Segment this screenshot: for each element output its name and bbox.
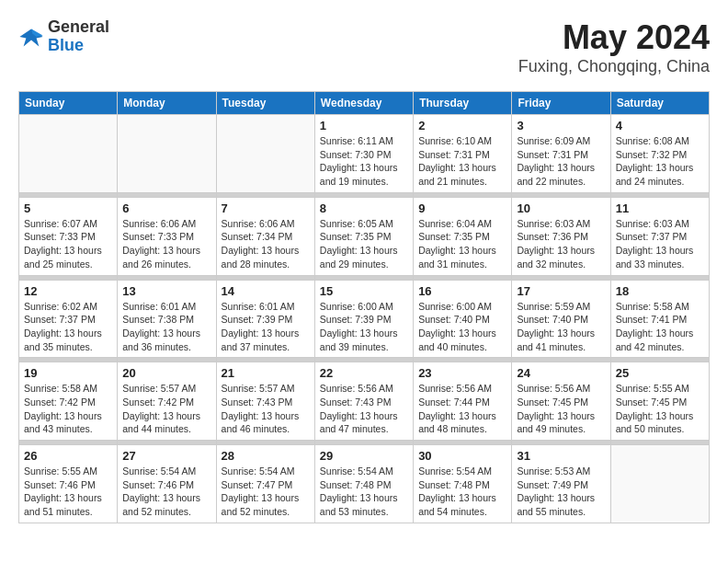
calendar-cell: 8Sunrise: 6:05 AM Sunset: 7:35 PM Daylig…: [314, 197, 413, 275]
calendar-cell: 16Sunrise: 6:00 AM Sunset: 7:40 PM Dayli…: [414, 280, 512, 358]
page-header: General Blue May 2024 Fuxing, Chongqing,…: [18, 18, 710, 76]
day-info: Sunrise: 6:09 AM Sunset: 7:31 PM Dayligh…: [517, 134, 605, 189]
calendar-cell: 15Sunrise: 6:00 AM Sunset: 7:39 PM Dayli…: [314, 280, 413, 358]
day-info: Sunrise: 5:59 AM Sunset: 7:40 PM Dayligh…: [517, 300, 605, 354]
day-number: 16: [418, 284, 506, 298]
day-number: 12: [24, 284, 112, 298]
day-info: Sunrise: 6:01 AM Sunset: 7:39 PM Dayligh…: [222, 300, 310, 354]
calendar-cell: 1Sunrise: 6:11 AM Sunset: 7:30 PM Daylig…: [314, 115, 413, 193]
day-info: Sunrise: 5:55 AM Sunset: 7:45 PM Dayligh…: [616, 382, 704, 436]
calendar-week-row: 26Sunrise: 5:55 AM Sunset: 7:46 PM Dayli…: [19, 445, 710, 523]
calendar-cell: 31Sunrise: 5:53 AM Sunset: 7:49 PM Dayli…: [512, 445, 610, 523]
day-info: Sunrise: 5:54 AM Sunset: 7:47 PM Dayligh…: [222, 465, 310, 519]
logo-blue: Blue: [48, 37, 109, 55]
calendar-table: SundayMondayTuesdayWednesdayThursdayFrid…: [18, 91, 710, 523]
svg-marker-0: [19, 29, 42, 46]
calendar-cell: 25Sunrise: 5:55 AM Sunset: 7:45 PM Dayli…: [610, 362, 709, 441]
calendar-cell: 6Sunrise: 6:06 AM Sunset: 7:33 PM Daylig…: [118, 197, 216, 275]
logo-general: General: [48, 18, 109, 37]
day-number: 13: [122, 284, 210, 298]
calendar-cell: 18Sunrise: 5:58 AM Sunset: 7:41 PM Dayli…: [610, 280, 709, 358]
day-number: 31: [517, 449, 605, 463]
day-info: Sunrise: 5:54 AM Sunset: 7:48 PM Dayligh…: [418, 465, 506, 519]
weekday-header: Thursday: [414, 92, 512, 115]
day-number: 4: [616, 119, 704, 132]
weekday-header: Monday: [118, 92, 216, 115]
day-info: Sunrise: 5:58 AM Sunset: 7:42 PM Dayligh…: [24, 382, 112, 436]
day-info: Sunrise: 5:57 AM Sunset: 7:42 PM Dayligh…: [122, 382, 210, 436]
day-number: 6: [122, 201, 210, 215]
calendar-week-row: 1Sunrise: 6:11 AM Sunset: 7:30 PM Daylig…: [19, 115, 710, 193]
logo-bird-icon: [18, 24, 44, 50]
calendar-week-row: 12Sunrise: 6:02 AM Sunset: 7:37 PM Dayli…: [19, 280, 710, 358]
day-number: 24: [517, 366, 605, 380]
day-number: 20: [122, 366, 210, 380]
calendar-cell: 27Sunrise: 5:54 AM Sunset: 7:46 PM Dayli…: [118, 445, 216, 523]
day-number: 9: [418, 201, 506, 215]
location: Fuxing, Chongqing, China: [518, 57, 710, 76]
day-number: 11: [616, 201, 704, 215]
calendar-header-row: SundayMondayTuesdayWednesdayThursdayFrid…: [19, 92, 710, 115]
day-number: 18: [616, 284, 704, 298]
calendar-cell: 14Sunrise: 6:01 AM Sunset: 7:39 PM Dayli…: [216, 280, 314, 358]
weekday-header: Sunday: [19, 92, 118, 115]
day-info: Sunrise: 5:53 AM Sunset: 7:49 PM Dayligh…: [517, 465, 605, 519]
day-number: 28: [222, 449, 310, 463]
day-info: Sunrise: 5:54 AM Sunset: 7:48 PM Dayligh…: [320, 465, 408, 519]
day-info: Sunrise: 6:10 AM Sunset: 7:31 PM Dayligh…: [418, 134, 506, 189]
day-number: 19: [24, 366, 112, 380]
calendar-cell: 21Sunrise: 5:57 AM Sunset: 7:43 PM Dayli…: [216, 362, 314, 441]
calendar-cell: 24Sunrise: 5:56 AM Sunset: 7:45 PM Dayli…: [512, 362, 610, 441]
day-info: Sunrise: 6:03 AM Sunset: 7:36 PM Dayligh…: [517, 217, 605, 271]
day-number: 27: [122, 449, 210, 463]
day-info: Sunrise: 6:00 AM Sunset: 7:39 PM Dayligh…: [320, 300, 408, 354]
day-info: Sunrise: 6:07 AM Sunset: 7:33 PM Dayligh…: [24, 217, 112, 271]
day-number: 30: [418, 449, 506, 463]
calendar-week-row: 5Sunrise: 6:07 AM Sunset: 7:33 PM Daylig…: [19, 197, 710, 275]
day-number: 2: [418, 119, 506, 132]
logo: General Blue: [18, 18, 109, 55]
calendar-cell: 5Sunrise: 6:07 AM Sunset: 7:33 PM Daylig…: [19, 197, 118, 275]
calendar-cell: 23Sunrise: 5:56 AM Sunset: 7:44 PM Dayli…: [414, 362, 512, 441]
day-info: Sunrise: 6:04 AM Sunset: 7:35 PM Dayligh…: [418, 217, 506, 271]
day-info: Sunrise: 5:58 AM Sunset: 7:41 PM Dayligh…: [616, 300, 704, 354]
day-number: 3: [517, 119, 605, 132]
calendar-cell: 22Sunrise: 5:56 AM Sunset: 7:43 PM Dayli…: [314, 362, 413, 441]
calendar-cell: 13Sunrise: 6:01 AM Sunset: 7:38 PM Dayli…: [118, 280, 216, 358]
day-number: 1: [320, 119, 408, 132]
day-number: 10: [517, 201, 605, 215]
day-info: Sunrise: 5:56 AM Sunset: 7:45 PM Dayligh…: [517, 382, 605, 436]
day-number: 21: [222, 366, 310, 380]
day-number: 25: [616, 366, 704, 380]
calendar-cell: 19Sunrise: 5:58 AM Sunset: 7:42 PM Dayli…: [19, 362, 118, 441]
day-info: Sunrise: 5:55 AM Sunset: 7:46 PM Dayligh…: [24, 465, 112, 519]
calendar-cell: 9Sunrise: 6:04 AM Sunset: 7:35 PM Daylig…: [414, 197, 512, 275]
day-info: Sunrise: 5:54 AM Sunset: 7:46 PM Dayligh…: [122, 465, 210, 519]
calendar-cell: 29Sunrise: 5:54 AM Sunset: 7:48 PM Dayli…: [314, 445, 413, 523]
day-number: 17: [517, 284, 605, 298]
day-info: Sunrise: 6:05 AM Sunset: 7:35 PM Dayligh…: [320, 217, 408, 271]
day-number: 29: [320, 449, 408, 463]
day-info: Sunrise: 6:08 AM Sunset: 7:32 PM Dayligh…: [616, 134, 704, 189]
calendar-cell: [216, 115, 314, 193]
calendar-cell: 4Sunrise: 6:08 AM Sunset: 7:32 PM Daylig…: [610, 115, 709, 193]
calendar-cell: 3Sunrise: 6:09 AM Sunset: 7:31 PM Daylig…: [512, 115, 610, 193]
month-title: May 2024: [518, 18, 710, 57]
day-number: 23: [418, 366, 506, 380]
day-info: Sunrise: 6:00 AM Sunset: 7:40 PM Dayligh…: [418, 300, 506, 354]
calendar-cell: 10Sunrise: 6:03 AM Sunset: 7:36 PM Dayli…: [512, 197, 610, 275]
day-info: Sunrise: 6:06 AM Sunset: 7:34 PM Dayligh…: [222, 217, 310, 271]
weekday-header: Saturday: [610, 92, 709, 115]
calendar-cell: 20Sunrise: 5:57 AM Sunset: 7:42 PM Dayli…: [118, 362, 216, 441]
day-number: 14: [222, 284, 310, 298]
day-number: 22: [320, 366, 408, 380]
day-number: 5: [24, 201, 112, 215]
calendar-cell: 30Sunrise: 5:54 AM Sunset: 7:48 PM Dayli…: [414, 445, 512, 523]
logo-text: General Blue: [48, 18, 109, 55]
calendar-cell: [118, 115, 216, 193]
day-info: Sunrise: 5:56 AM Sunset: 7:44 PM Dayligh…: [418, 382, 506, 436]
weekday-header: Tuesday: [216, 92, 314, 115]
day-info: Sunrise: 6:06 AM Sunset: 7:33 PM Dayligh…: [122, 217, 210, 271]
weekday-header: Wednesday: [314, 92, 413, 115]
calendar-cell: [610, 445, 709, 523]
